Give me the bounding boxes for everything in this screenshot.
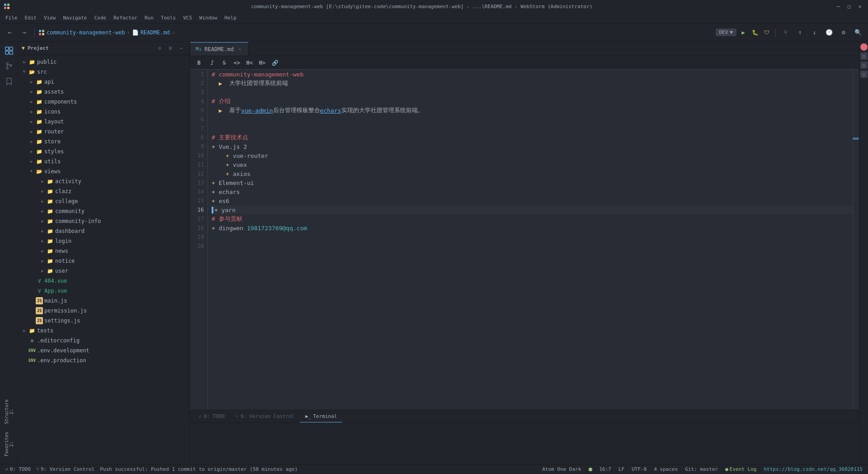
favorites-tab[interactable]: 2: Favorites (2, 426, 16, 462)
tree-item-editorconfig[interactable]: ▶ ⚙ .editorconfig (18, 336, 189, 346)
search-button[interactable]: 🔍 (852, 26, 864, 39)
tree-item-components[interactable]: ▶ 📁 components (18, 97, 189, 107)
tree-item-router[interactable]: ▶ 📁 router (18, 127, 189, 137)
tree-item-tests[interactable]: ▶ 📁 tests (18, 326, 189, 336)
menu-window[interactable]: Window (196, 14, 221, 22)
panel-r3[interactable]: □ (860, 71, 868, 78)
tree-item-college[interactable]: ▶ 📁 college (18, 196, 189, 206)
tree-item-community-info[interactable]: ▶ 📁 community-info (18, 216, 189, 226)
pull-button[interactable]: ↓ (808, 26, 821, 39)
tree-item-store[interactable]: ▶ 📁 store (18, 137, 189, 147)
tree-item-clazz[interactable]: ▶ 📁 clazz (18, 186, 189, 196)
close-button[interactable]: ✕ (855, 2, 864, 11)
tree-item-app-vue[interactable]: ▶ V App.vue (18, 286, 189, 296)
panel-r2[interactable]: □ (860, 62, 868, 69)
tree-item-layout[interactable]: ▶ 📁 layout (18, 117, 189, 127)
forward-button[interactable]: → (18, 26, 31, 39)
menu-run[interactable]: Run (141, 14, 157, 22)
push-message[interactable]: Push successful: Pushed 1 commit to orig… (98, 465, 299, 474)
vcs-status[interactable]: ⑂ 9: Version Control (34, 465, 96, 474)
tree-item-permission-js[interactable]: ▶ JS permission.js (18, 306, 189, 316)
theme-name: Atom One Dark (542, 466, 581, 472)
tree-item-api[interactable]: ▶ 📁 api (18, 77, 189, 87)
theme-indicator[interactable]: Atom One Dark (540, 465, 583, 474)
menu-navigate[interactable]: Navigate (60, 14, 91, 22)
menu-refactor[interactable]: Refactor (110, 14, 141, 22)
menu-help[interactable]: Help (221, 14, 241, 22)
tab-close-readme[interactable]: ✕ (236, 46, 243, 52)
error-dot[interactable] (860, 43, 868, 51)
tree-item-settings-js[interactable]: ▶ JS settings.js (18, 316, 189, 326)
italic-button[interactable]: I (206, 58, 217, 68)
tab-terminal[interactable]: ▶_ Terminal (300, 411, 342, 422)
tree-item-user[interactable]: ▶ 📁 user (18, 266, 189, 276)
git-status-bar[interactable]: Git: master (683, 465, 720, 474)
strikethrough-button[interactable]: S (219, 58, 230, 68)
settings-button[interactable]: ⚙ (837, 26, 850, 39)
tab-version-control[interactable]: ⑂ 9: Version Control (230, 411, 300, 422)
panel-layout-btn[interactable]: ⊞ (166, 44, 175, 53)
structure-tab[interactable]: 2: Structure (2, 398, 16, 425)
tab-todo[interactable]: ✓ 0: TODO (193, 411, 230, 422)
run-config-badge[interactable]: DEV ▼ (716, 28, 737, 36)
todo-count[interactable]: ✓ 0: TODO (4, 465, 33, 474)
line-ending[interactable]: LF (617, 465, 626, 474)
tree-item-src[interactable]: ▶ 📂 src (18, 67, 189, 77)
menu-file[interactable]: File (2, 14, 21, 22)
minimize-button[interactable]: ─ (834, 2, 843, 11)
encoding[interactable]: UTF-8 (630, 465, 648, 474)
tree-item-activity[interactable]: ▶ 📁 activity (18, 176, 189, 186)
tree-item-icons[interactable]: ▶ 📁 icons (18, 107, 189, 117)
history-button[interactable]: 🕐 (823, 26, 835, 39)
tree-item-notice[interactable]: ▶ 📁 notice (18, 256, 189, 266)
csdn-link[interactable]: https://blog.csdn.net/qq_36020115 (762, 465, 864, 474)
panel-settings-btn[interactable]: ⚙ (155, 44, 164, 53)
code-button[interactable]: <> (231, 58, 242, 68)
tree-item-community[interactable]: ▶ 📁 community (18, 206, 189, 216)
breadcrumb-file[interactable]: 📄 README.md (132, 29, 170, 36)
bold-button[interactable]: B (193, 58, 204, 68)
menu-edit[interactable]: Edit (21, 14, 41, 22)
bookmark-icon[interactable] (2, 74, 16, 89)
tree-item-404[interactable]: ▶ V 404.vue (18, 276, 189, 286)
maximize-button[interactable]: □ (844, 2, 854, 11)
link-button[interactable]: 🔗 (269, 58, 280, 68)
tree-item-env-dev[interactable]: ▶ ENV .env.development (18, 346, 189, 356)
menu-vcs[interactable]: VCS (179, 14, 196, 22)
tab-readme[interactable]: M↓ README.md ✕ (190, 42, 249, 56)
cursor-position[interactable]: 16:7 (598, 465, 613, 474)
js-icon-permission: JS (36, 307, 43, 314)
panel-r1[interactable]: □ (860, 52, 868, 60)
menu-code[interactable]: Code (90, 14, 110, 22)
status-dot-container[interactable] (587, 465, 594, 474)
tree-item-env-prod[interactable]: ▶ ENV .env.production (18, 356, 189, 365)
tree-item-main-js[interactable]: ▶ JS main.js (18, 296, 189, 306)
heading-increase-button[interactable]: H> (257, 58, 268, 68)
spaces-setting[interactable]: 4 spaces (652, 465, 679, 474)
breadcrumb-project[interactable]: community-management-web (38, 29, 125, 36)
right-scroll-indicator[interactable] (853, 70, 859, 410)
git-icon-sidebar[interactable] (2, 59, 16, 73)
tree-item-news[interactable]: ▶ 📁 news (18, 246, 189, 256)
heading-decrease-button[interactable]: H< (244, 58, 255, 68)
coverage-button[interactable]: 🛡 (762, 28, 772, 38)
run-button[interactable]: ▶ (738, 28, 748, 38)
tree-item-views[interactable]: ▶ 📂 views (18, 166, 189, 176)
tree-item-assets[interactable]: ▶ 📁 assets (18, 87, 189, 97)
panel-collapse-btn[interactable]: – (177, 44, 186, 53)
project-icon[interactable] (2, 43, 16, 58)
git-icon[interactable]: ⑂ (779, 26, 792, 39)
menu-tools[interactable]: Tools (157, 14, 179, 22)
code-content[interactable]: # community-management-web ▶ 大学社团管理系统前端 … (208, 70, 853, 410)
back-button[interactable]: ← (4, 26, 16, 39)
menu-view[interactable]: View (40, 14, 60, 22)
svg-rect-0 (4, 4, 6, 6)
debug-button[interactable]: 🐛 (750, 28, 760, 38)
event-log[interactable]: ● Event Log (723, 465, 758, 474)
tree-item-dashboard[interactable]: ▶ 📁 dashboard (18, 226, 189, 236)
tree-item-utils[interactable]: ▶ 📁 utils (18, 156, 189, 166)
tree-item-login[interactable]: ▶ 📁 login (18, 236, 189, 246)
tree-item-styles[interactable]: ▶ 📁 styles (18, 147, 189, 156)
push-button[interactable]: ↑ (794, 26, 807, 39)
tree-item-public[interactable]: ▶ 📁 public (18, 57, 189, 67)
